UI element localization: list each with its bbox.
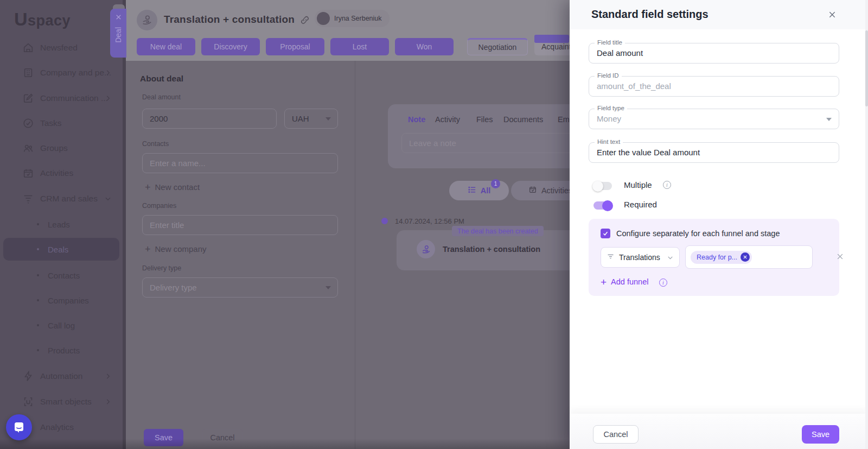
delivery-type-label: Delivery type <box>142 264 181 272</box>
people-icon <box>22 142 35 154</box>
stage-multiselect[interactable]: Ready for p... <box>685 245 813 269</box>
sidebar-item-products[interactable]: Products <box>0 342 126 358</box>
contacts-label: Contacts <box>142 140 169 148</box>
close-icon[interactable] <box>115 13 122 23</box>
stage-button-won[interactable]: Won <box>395 38 454 55</box>
chevron-right-icon <box>104 94 112 102</box>
sidebar-item-deals-selected[interactable]: Deals <box>3 238 119 261</box>
sidebar-item-tasks[interactable]: Tasks <box>0 115 126 131</box>
drawer-save-button[interactable]: Save <box>802 425 839 444</box>
close-icon[interactable] <box>826 8 839 21</box>
plus-icon: + <box>145 184 151 191</box>
stage-button-lost[interactable]: Lost <box>330 38 389 55</box>
column-divider <box>355 61 355 449</box>
chevron-right-icon <box>104 398 112 406</box>
check-icon <box>602 230 609 237</box>
sidebar-item-crm-and-sales[interactable]: CRM and sales <box>0 191 126 207</box>
new-company-button[interactable]: + New company <box>145 244 207 254</box>
info-icon[interactable]: i <box>659 279 667 287</box>
plus-icon: + <box>601 278 607 286</box>
add-funnel-button[interactable]: + Add funnel <box>601 277 648 286</box>
stage-chip[interactable]: Ready for p... <box>691 251 752 264</box>
timeline-event-badge: The deal has been created <box>452 226 544 236</box>
required-toggle[interactable] <box>593 201 612 210</box>
home-icon <box>22 42 35 54</box>
note-input[interactable] <box>401 133 597 153</box>
section-title-about-deal: About deal <box>140 74 183 84</box>
chevron-down-icon <box>667 254 674 261</box>
stage-button-negotiation[interactable]: Negotiation <box>467 38 528 55</box>
chevron-down-icon <box>326 117 331 121</box>
drawer-scroll-thumb[interactable] <box>865 30 868 106</box>
funnel-select[interactable]: Translations <box>601 247 680 268</box>
sidebar-item-companies[interactable]: Companies <box>0 292 126 308</box>
field-type-select[interactable]: Field type Money <box>589 109 839 129</box>
tab-files[interactable]: Files <box>476 115 493 124</box>
stage-button-proposal[interactable]: Proposal <box>266 38 324 55</box>
building-icon <box>22 67 35 79</box>
contacts-input[interactable] <box>142 153 338 173</box>
stage-tooltip-fragment <box>534 35 569 43</box>
currency-select[interactable]: UAH <box>284 109 338 129</box>
bullet-icon <box>37 248 39 250</box>
chip-remove-icon[interactable] <box>741 252 750 262</box>
sidebar-item-contacts[interactable]: Contacts <box>0 267 126 283</box>
timeline-dot <box>381 218 388 224</box>
stage-button-discovery[interactable]: Discovery <box>201 38 260 55</box>
configure-separately-label: Configure separately for each funnel and… <box>616 229 780 238</box>
page-title: Translation + consultation <box>164 14 295 26</box>
tab-activity[interactable]: Activity <box>435 115 460 124</box>
sidebar-item-newsfeed[interactable]: Newsfeed <box>0 40 126 56</box>
delivery-type-select[interactable]: Delivery type <box>142 277 338 298</box>
sidebar-item-activities[interactable]: Activities <box>0 165 126 181</box>
multiple-toggle[interactable] <box>593 182 612 190</box>
sidebar-item-communication[interactable]: Communication ... <box>0 90 126 106</box>
hint-text-input[interactable]: Hint text Enter the value Deal amount <box>589 142 839 163</box>
companies-input[interactable] <box>142 215 338 235</box>
calendar-icon <box>528 185 537 196</box>
sidebar-item-call-log[interactable]: Call log <box>0 317 126 333</box>
sidebar-item-smart-objects[interactable]: Smart objects <box>0 394 126 410</box>
new-contact-button[interactable]: + New contact <box>145 182 200 192</box>
tab-note[interactable]: Note <box>408 115 425 124</box>
sidebar-item-automation[interactable]: Automation <box>0 368 126 384</box>
copy-link-icon[interactable] <box>300 15 310 27</box>
check-circle-icon <box>22 117 35 129</box>
configure-separately-checkbox[interactable] <box>601 229 610 238</box>
drawer-cancel-button[interactable]: Cancel <box>593 425 639 444</box>
sidebar-item-company-and-people[interactable]: Company and pe... <box>0 65 126 81</box>
bottom-shade <box>0 439 570 449</box>
deal-amount-label: Deal amount <box>142 93 181 101</box>
chevron-right-icon <box>104 372 112 380</box>
chevron-down-icon <box>104 195 112 203</box>
field-title-input[interactable]: Field title Deal amount <box>589 43 839 64</box>
drawer-scrollbar[interactable] <box>865 0 868 449</box>
sidebar-item-groups[interactable]: Groups <box>0 140 126 156</box>
stage-button-new-deal[interactable]: New deal <box>137 38 195 55</box>
field-id-input[interactable]: Field ID amount_of_the_deal <box>589 76 839 97</box>
app-logo[interactable]: Uspacy <box>14 9 71 30</box>
filter-icon <box>607 252 615 263</box>
multiple-toggle-label: Multiple <box>624 180 652 189</box>
chevron-down-icon <box>826 118 832 121</box>
tab-documents[interactable]: Documents <box>503 115 543 124</box>
drawer-footer: Cancel Save <box>570 414 868 449</box>
remove-funnel-row-icon[interactable] <box>836 252 844 263</box>
chat-widget-button[interactable] <box>6 414 32 440</box>
deal-money-icon <box>417 240 435 258</box>
bullet-icon <box>37 274 39 276</box>
owner-chip[interactable]: Iryna Serbeniuk <box>315 10 390 27</box>
timeline-date: 14.07.2024, 12:56 PM <box>395 217 464 225</box>
owner-avatar <box>317 12 330 25</box>
calendar-icon <box>22 167 35 179</box>
bullet-icon <box>37 299 39 301</box>
bullet-icon <box>37 223 39 225</box>
deal-amount-input[interactable] <box>142 109 277 129</box>
standard-field-settings-drawer: Standard field settings Field title Deal… <box>570 0 868 449</box>
deal-money-icon <box>141 14 153 26</box>
list-icon <box>468 185 477 197</box>
deal-overlay-tab[interactable]: Deal <box>110 9 126 58</box>
info-icon[interactable]: i <box>663 181 671 189</box>
sidebar-item-leads[interactable]: Leads <box>0 216 126 232</box>
chat-bubble-icon <box>12 421 25 434</box>
